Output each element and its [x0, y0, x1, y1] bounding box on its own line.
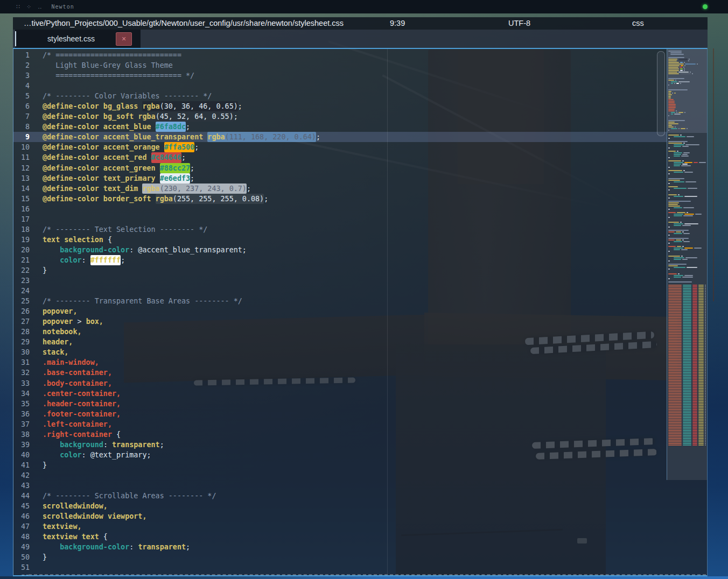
line-number: 30 [13, 347, 30, 357]
code-line[interactable]: 30stack, [13, 347, 667, 357]
encoding-label: UTF-8 [508, 17, 530, 30]
code-line[interactable]: 33.body-container, [13, 378, 667, 389]
line-number: 35 [13, 399, 30, 409]
line-number: 40 [13, 450, 30, 460]
vertical-scrollbar-thumb[interactable] [657, 51, 665, 136]
code-line[interactable]: 2 Light Blue-Grey Glass Theme [13, 60, 667, 70]
code-line[interactable]: 26popover, [13, 306, 667, 316]
line-number: 17 [13, 214, 30, 224]
line-number: 27 [13, 316, 30, 327]
code-line[interactable]: 21 color: #ffffff; [13, 255, 667, 265]
line-number: 14 [13, 183, 30, 194]
code-lines[interactable]: 1/* =============================2 Light… [13, 49, 667, 576]
window-title: Newton [52, 4, 74, 10]
wallpaper-mast-line [713, 48, 714, 301]
code-line[interactable]: 40 color: @text_primary; [13, 450, 667, 460]
code-line[interactable]: 7@define-color bg_soft rgba(45, 52, 64, … [13, 111, 667, 122]
line-number: 5 [13, 91, 30, 101]
tab-stylesheet-css[interactable]: stylesheet.css × [15, 30, 141, 48]
line-number: 33 [13, 378, 30, 389]
line-number: 28 [13, 327, 30, 337]
line-number: 13 [13, 173, 30, 183]
code-line[interactable]: 31.main-window, [13, 357, 667, 368]
code-line[interactable]: 19text selection { [13, 235, 667, 245]
code-line[interactable]: 9@define-color accent_blue_transparent r… [13, 132, 667, 142]
code-line[interactable]: 4 [13, 81, 667, 91]
line-number: 31 [13, 357, 30, 368]
line-number: 44 [13, 491, 30, 501]
code-line[interactable]: 1/* ============================= [13, 50, 667, 60]
code-line[interactable]: 25/* -------- Transparent Base Areas ---… [13, 296, 667, 306]
line-number: 23 [13, 276, 30, 286]
line-number: 52 [13, 573, 30, 576]
line-number: 24 [13, 286, 30, 296]
workspace-pair-icon[interactable]: ‥ [38, 3, 41, 10]
code-line[interactable]: 12@define-color accent_green #88cc27; [13, 163, 667, 173]
status-bar: …tive/Python_Projects/000_Usable/gtk/New… [13, 17, 708, 30]
line-number: 12 [13, 163, 30, 173]
code-line[interactable]: 16 [13, 204, 667, 214]
code-line[interactable]: 43 [13, 481, 667, 491]
minimap[interactable] [667, 49, 708, 480]
code-line[interactable]: 20 background-color: @accent_blue_transp… [13, 245, 667, 255]
code-line[interactable]: 29header, [13, 337, 667, 347]
code-line[interactable]: 50} [13, 552, 667, 562]
code-line[interactable]: 24 [13, 286, 667, 296]
code-line[interactable]: 6@define-color bg_glass rgba(30, 36, 46,… [13, 101, 667, 111]
line-number: 45 [13, 501, 30, 511]
code-line[interactable]: 48textview text { [13, 532, 667, 542]
code-line[interactable]: 49 background-color: transparent; [13, 542, 667, 552]
code-line[interactable]: 46scrolledwindow viewport, [13, 511, 667, 521]
code-line[interactable]: 39 background: transparent; [13, 440, 667, 450]
code-line[interactable]: 42 [13, 470, 667, 481]
code-line[interactable]: 15@define-color border_soft rgba(255, 25… [13, 194, 667, 204]
workspace-grid-icon[interactable]: ∷ [16, 3, 20, 10]
code-line[interactable]: 14@define-color text_dim rgba(230, 237, … [13, 183, 667, 194]
code-line[interactable]: 23 [13, 276, 667, 286]
code-editor[interactable]: 1/* =============================2 Light… [13, 48, 708, 576]
line-number: 51 [13, 562, 30, 573]
code-line[interactable]: 38.right-container { [13, 429, 667, 440]
dashed-separator [29, 574, 706, 575]
line-number: 1 [13, 50, 30, 60]
line-number: 9 [13, 132, 30, 142]
line-number: 43 [13, 481, 30, 491]
line-number: 20 [13, 245, 30, 255]
code-line[interactable]: 8@define-color accent_blue #6fa8dc; [13, 122, 667, 132]
line-number: 47 [13, 521, 30, 532]
code-line[interactable]: 32.base-container, [13, 368, 667, 378]
tab-close-button[interactable]: × [116, 32, 132, 46]
line-number: 36 [13, 409, 30, 419]
code-line[interactable]: 34.center-container, [13, 389, 667, 399]
active-tab-accent [15, 31, 16, 46]
code-line[interactable]: 17 [13, 214, 667, 224]
file-path: …tive/Python_Projects/000_Usable/gtk/New… [24, 17, 344, 30]
code-line[interactable]: 18/* -------- Text Selection -------- */ [13, 224, 667, 235]
code-line[interactable]: 13@define-color text_primary #e6edf3; [13, 173, 667, 183]
code-line[interactable]: 37.left-container, [13, 419, 667, 429]
code-line[interactable]: 28notebook, [13, 327, 667, 337]
code-line[interactable]: 27popover > box, [13, 316, 667, 327]
code-line[interactable]: 51 [13, 562, 667, 573]
code-line[interactable]: 44/* -------- Scrollable Areas -------- … [13, 491, 667, 501]
code-line[interactable]: 36.footer-container, [13, 409, 667, 419]
workspace-dots-icon[interactable]: ⁘ [26, 3, 31, 10]
bottom-edge-strip [0, 576, 728, 579]
code-line[interactable]: 11@define-color accent_red #c84646; [13, 152, 667, 163]
line-number: 22 [13, 265, 30, 276]
code-line[interactable]: 5/* -------- Color Variables -------- */ [13, 91, 667, 101]
line-number: 50 [13, 552, 30, 562]
code-line[interactable]: 45scrolledwindow, [13, 501, 667, 511]
line-number: 38 [13, 429, 30, 440]
code-line[interactable]: 10@define-color accent_orange #ffa500; [13, 142, 667, 152]
code-line[interactable]: 3 ============================= */ [13, 70, 667, 81]
cursor-position: 9:39 [390, 17, 405, 30]
line-number: 26 [13, 306, 30, 316]
line-number: 2 [13, 60, 30, 70]
line-number: 19 [13, 235, 30, 245]
code-line[interactable]: 35.header-container, [13, 399, 667, 409]
line-number: 15 [13, 194, 30, 204]
code-line[interactable]: 22} [13, 265, 667, 276]
code-line[interactable]: 41} [13, 460, 667, 470]
code-line[interactable]: 47textview, [13, 521, 667, 532]
